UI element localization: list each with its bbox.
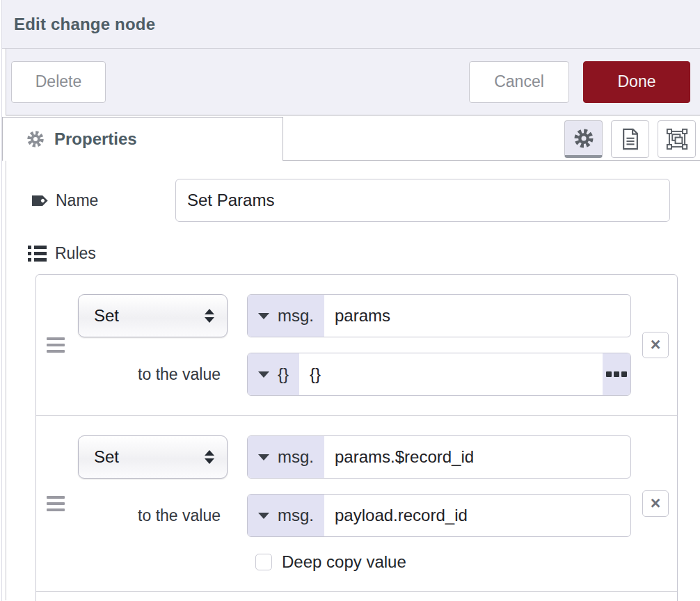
gear-icon: [573, 128, 594, 149]
tab-properties[interactable]: Properties: [2, 117, 283, 161]
rule-value-row: to the value {}: [36, 353, 677, 396]
tray-header: Edit change node: [2, 0, 700, 49]
x-icon: ×: [651, 336, 661, 353]
rules-list: × Set: [35, 274, 678, 601]
property-type-label: msg.: [278, 447, 314, 467]
value-type-label: msg.: [278, 506, 314, 525]
tag-icon: [28, 191, 47, 210]
value-type-button[interactable]: msg.: [248, 495, 324, 536]
tab-properties-label: Properties: [54, 129, 137, 149]
drag-handle-icon[interactable]: [47, 337, 65, 353]
to-the-value-label: to the value: [138, 506, 228, 525]
chevron-down-icon: [258, 454, 269, 460]
name-form-row: Name: [28, 179, 700, 222]
tab-bar-buttons: [283, 115, 700, 161]
property-input[interactable]: [324, 436, 630, 478]
description-view-button[interactable]: [611, 120, 649, 158]
rule-item-1: × Set: [36, 275, 677, 415]
ellipsis-icon: [606, 371, 627, 377]
document-icon: [620, 128, 641, 150]
next-rule-divider: [36, 591, 677, 601]
rule-action-value: Set: [94, 447, 119, 467]
edit-node-tray: Edit change node Delete Cancel Done Prop…: [2, 0, 700, 601]
property-type-button[interactable]: msg.: [248, 436, 324, 478]
rule-action-select[interactable]: Set: [78, 435, 228, 479]
property-type-button[interactable]: msg.: [248, 295, 324, 337]
editor-tab-bar: Properties: [2, 115, 700, 161]
properties-panel: Name Rules ×: [6, 161, 700, 600]
appearance-view-button[interactable]: [658, 120, 696, 158]
name-label: Name: [56, 191, 98, 210]
properties-view-button[interactable]: [564, 120, 603, 158]
chevron-down-icon: [258, 371, 269, 378]
rule-property-row: Set msg.: [36, 294, 677, 337]
name-label-group: Name: [28, 191, 175, 210]
x-icon: ×: [651, 495, 661, 512]
rule-value-row: to the value msg.: [36, 494, 677, 537]
expand-editor-button[interactable]: [603, 353, 630, 395]
delete-button[interactable]: Delete: [11, 61, 106, 103]
rules-label: Rules: [55, 244, 96, 263]
property-typed-input: msg.: [247, 435, 631, 479]
chevron-down-icon: [258, 513, 269, 519]
name-input[interactable]: [175, 179, 670, 222]
remove-rule-button[interactable]: ×: [642, 490, 669, 517]
done-button[interactable]: Done: [583, 61, 690, 103]
property-type-label: msg.: [278, 306, 314, 326]
to-the-value-label: to the value: [138, 365, 228, 384]
property-input[interactable]: [324, 295, 630, 337]
deep-copy-checkbox[interactable]: [255, 554, 272, 570]
rule-action-value: Set: [94, 306, 119, 326]
value-type-button[interactable]: {}: [248, 353, 299, 395]
appearance-icon: [666, 128, 688, 150]
rule-property-row: Set msg.: [36, 435, 677, 479]
value-typed-input: {}: [247, 353, 631, 396]
value-typed-input: msg.: [247, 494, 631, 537]
dialog-title: Edit change node: [14, 15, 155, 34]
deep-copy-label: Deep copy value: [282, 552, 406, 572]
cancel-button[interactable]: Cancel: [469, 61, 569, 103]
select-arrows-icon: [205, 309, 214, 323]
property-typed-input: msg.: [247, 294, 631, 337]
rule-item-2: × Set: [36, 415, 677, 591]
rules-section-header: Rules: [28, 244, 700, 263]
gear-icon: [26, 130, 45, 148]
toolbar-right-group: Cancel Done: [469, 61, 690, 103]
drag-handle-icon[interactable]: [47, 496, 65, 511]
value-input[interactable]: [299, 353, 603, 395]
chevron-down-icon: [258, 313, 269, 319]
rule-action-select[interactable]: Set: [78, 294, 228, 337]
remove-rule-button[interactable]: ×: [642, 332, 669, 358]
tray-toolbar: Delete Cancel Done: [6, 49, 700, 115]
value-type-label: {}: [278, 364, 289, 384]
deep-copy-row: Deep copy value: [255, 552, 677, 572]
select-arrows-icon: [205, 450, 214, 464]
value-input[interactable]: [324, 495, 630, 536]
list-icon: [28, 246, 47, 262]
